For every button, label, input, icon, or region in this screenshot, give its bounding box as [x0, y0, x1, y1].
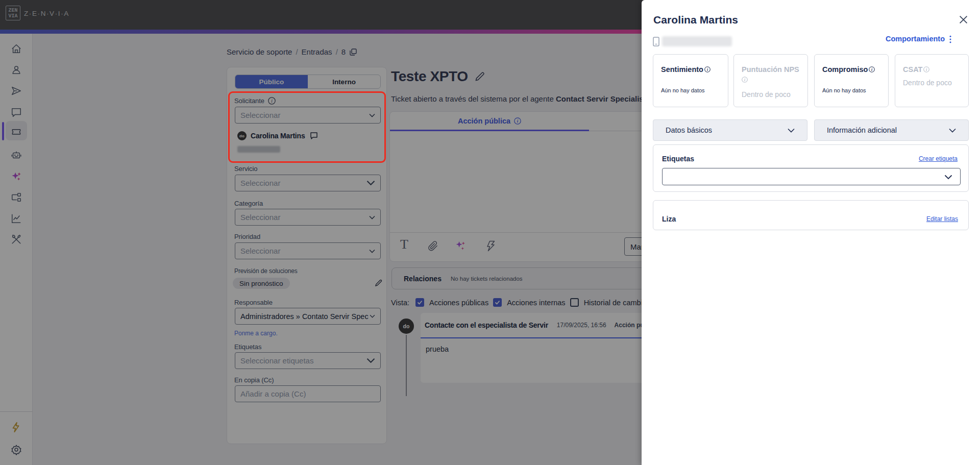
svg-text:i: i: [926, 67, 927, 72]
svg-text:i: i: [707, 67, 708, 72]
svg-text:i: i: [744, 78, 746, 82]
svg-text:i: i: [871, 67, 873, 72]
